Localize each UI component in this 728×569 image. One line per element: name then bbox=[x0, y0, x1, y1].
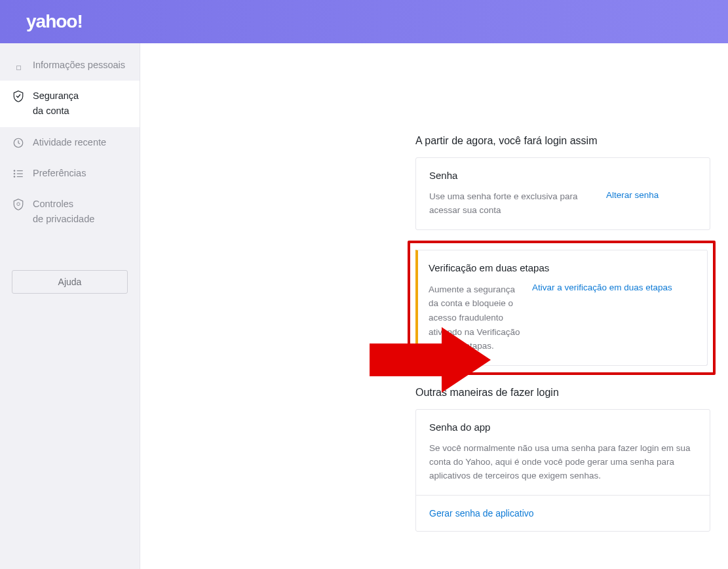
sidebar-item-label: Informações pessoais bbox=[33, 58, 129, 73]
sidebar-item-label: Atividade recente bbox=[33, 135, 129, 150]
clock-icon bbox=[12, 136, 25, 149]
svg-point-1 bbox=[14, 170, 15, 171]
change-password-link[interactable]: Alterar senha bbox=[606, 190, 659, 218]
sidebar-item-account-security[interactable]: Segurança da conta bbox=[0, 81, 140, 127]
password-card-desc: Use uma senha forte e exclusiva para ace… bbox=[429, 190, 600, 218]
password-card-title: Senha bbox=[429, 170, 697, 181]
sidebar-item-personal-info[interactable]: Informações pessoais bbox=[0, 50, 140, 81]
section-title-login: A partir de agora, você fará login assim bbox=[415, 135, 728, 147]
sidebar-item-privacy-controls[interactable]: Controles de privacidade bbox=[0, 189, 140, 235]
app-password-card: Senha do app Se você normalmente não usa… bbox=[415, 409, 710, 532]
main-content: A partir de agora, você fará login assim… bbox=[140, 43, 728, 569]
svg-point-3 bbox=[14, 173, 15, 174]
app-header: yahoo! bbox=[0, 0, 728, 43]
two-step-title: Verificação em duas etapas bbox=[429, 262, 694, 273]
arrow-icon bbox=[370, 324, 494, 396]
shield-icon bbox=[12, 90, 25, 103]
content-wrap: Informações pessoais Segurança da conta … bbox=[0, 43, 728, 569]
sidebar-item-label: Segurança da conta bbox=[33, 88, 129, 119]
generate-app-password-link[interactable]: Gerar senha de aplicativo bbox=[429, 508, 534, 519]
svg-point-7 bbox=[17, 203, 20, 206]
enable-two-step-link[interactable]: Ativar a verificação em duas etapas bbox=[532, 283, 672, 353]
sidebar: Informações pessoais Segurança da conta … bbox=[0, 43, 140, 569]
sidebar-item-label: Controles de privacidade bbox=[33, 197, 129, 227]
sidebar-item-label: Preferências bbox=[33, 166, 129, 181]
app-password-desc: Se você normalmente não usa uma senha pa… bbox=[429, 442, 697, 483]
square-icon bbox=[12, 59, 25, 72]
svg-marker-8 bbox=[370, 327, 491, 393]
sidebar-item-recent-activity[interactable]: Atividade recente bbox=[0, 127, 140, 158]
password-card: Senha Use uma senha forte e exclusiva pa… bbox=[415, 157, 710, 230]
shield-gear-icon bbox=[12, 198, 25, 211]
svg-point-5 bbox=[14, 176, 15, 177]
sidebar-item-preferences[interactable]: Preferências bbox=[0, 158, 140, 189]
yahoo-logo: yahoo! bbox=[26, 11, 83, 32]
app-password-title: Senha do app bbox=[429, 422, 697, 433]
help-button[interactable]: Ajuda bbox=[12, 270, 128, 294]
list-icon bbox=[12, 167, 25, 180]
